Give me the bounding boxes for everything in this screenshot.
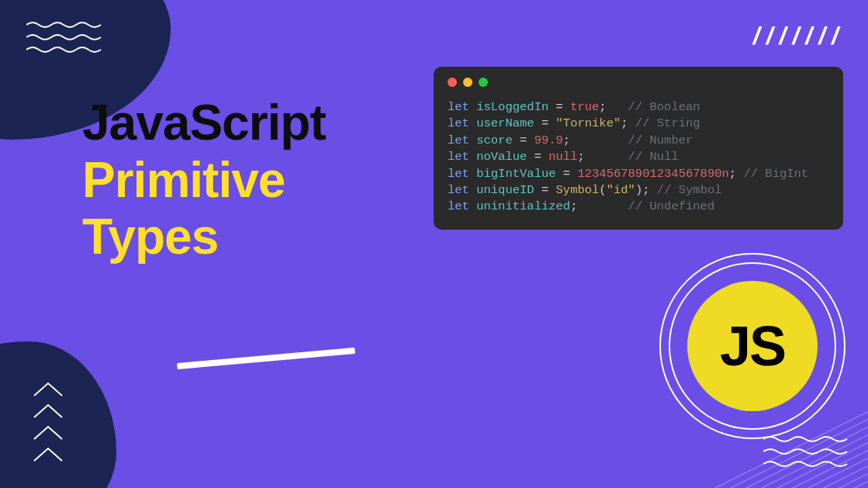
- headline-line-3: Types: [82, 209, 326, 266]
- code-line: let userName = "Tornike"; // String: [448, 116, 829, 132]
- code-window: let isLoggedIn = true; // Booleanlet use…: [434, 67, 843, 230]
- waves-bottom-right-icon: [763, 434, 849, 475]
- minimize-icon: [463, 78, 472, 87]
- code-line: let noValue = null; // Null: [448, 149, 829, 165]
- code-line: let uniqueID = Symbol("id"); // Symbol: [448, 182, 829, 199]
- code-line: let bigIntValue = 12345678901234567890n;…: [448, 166, 829, 182]
- code-body: let isLoggedIn = true; // Booleanlet use…: [448, 99, 829, 216]
- window-controls: [448, 78, 829, 87]
- headline-line-2: Primitive: [82, 152, 326, 209]
- waves-top-left-icon: [26, 20, 104, 57]
- code-line: let uninitialized; // Undefined: [448, 199, 829, 215]
- code-line: let score = 99.9; // Number: [448, 133, 829, 149]
- chevrons-up-icon: [33, 380, 64, 467]
- close-icon: [448, 78, 457, 87]
- js-badge-text: JS: [720, 314, 785, 378]
- js-logo: JS: [659, 253, 846, 439]
- headline-line-1: JavaScript: [82, 95, 326, 152]
- headline: JavaScript Primitive Types: [82, 95, 326, 266]
- js-badge-circle: JS: [687, 281, 818, 411]
- underline-decoration: [177, 348, 355, 369]
- slashes-decoration: ///////: [753, 22, 845, 50]
- code-line: let isLoggedIn = true; // Boolean: [448, 99, 829, 116]
- maximize-icon: [479, 78, 488, 87]
